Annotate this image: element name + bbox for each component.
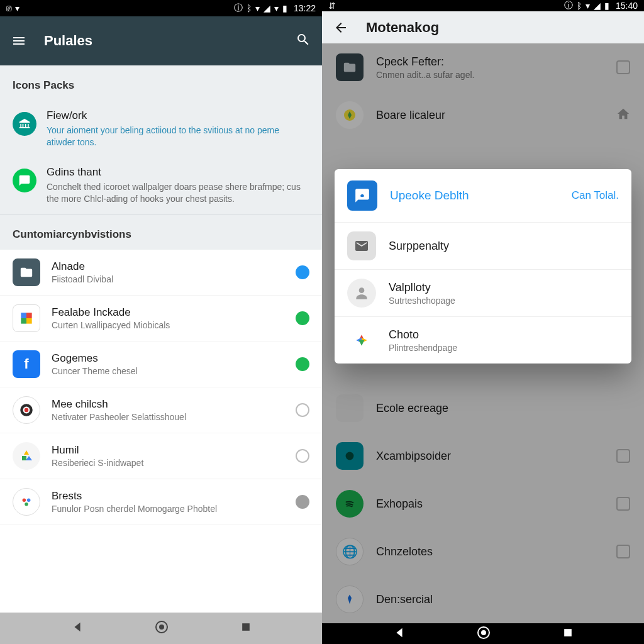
status-time: 13:22: [294, 3, 316, 13]
item-title: Alnade: [52, 260, 284, 273]
item-sub: Funulor Posn cherdel Momogarge Phobtel: [52, 504, 284, 514]
wifi-icon: ▾: [255, 3, 260, 13]
info-icon: ⓘ: [564, 0, 573, 11]
item-title: Mee chilcsh: [52, 398, 284, 411]
section-header-custom: Cuntomiarcynbvistions: [0, 214, 322, 250]
svg-point-11: [359, 288, 365, 294]
nav-home-icon[interactable]: [154, 619, 169, 637]
toolbar: Pulales: [0, 16, 322, 65]
mail-icon: [347, 231, 376, 260]
nav-back-icon[interactable]: [70, 620, 84, 636]
status-dot: [296, 311, 309, 325]
wifi-icon: ▾: [586, 1, 590, 11]
nav-back-icon[interactable]: [392, 626, 406, 642]
list-item[interactable]: Humil Resiberieci S-inidwapet: [0, 433, 322, 479]
nav-bar: [322, 623, 644, 644]
person-icon: [347, 279, 376, 308]
dots-icon: [13, 488, 40, 516]
vibrate-icon: ⇵: [328, 1, 336, 11]
item-sub: Netivater Pasheoler Selattisshouel: [52, 412, 284, 422]
status-dot: [296, 357, 309, 371]
cell-signal-icon: ◢: [594, 1, 601, 11]
dialog-action-button[interactable]: Can Tolal.: [572, 189, 619, 202]
svg-point-3: [23, 498, 26, 502]
info-icon: ⓘ: [234, 3, 243, 14]
pack-desc: Conchelt thed icoroet wallpalger doars p…: [47, 181, 309, 205]
status-time: 15:40: [616, 1, 638, 11]
status-dot: [296, 265, 309, 279]
radio-unchecked[interactable]: [296, 449, 309, 463]
background-list: Cpeck Fefter: Cnmen adit..a sufar agel. …: [322, 43, 644, 623]
list-item[interactable]: Fealabe Inckade Curten Lwallipacyed Miob…: [0, 296, 322, 341]
back-icon[interactable]: [333, 20, 348, 35]
pack-item-fiework[interactable]: Fiew/ork Your aioment your beling actiio…: [0, 101, 322, 157]
list-item[interactable]: Brests Funulor Posn cherdel Momogarge Ph…: [0, 479, 322, 525]
battery-icon: ▮: [282, 3, 287, 13]
status-bar: ⎚ ▾ ⓘ ᛒ ▾ ◢ ▾ ▮ 13:22: [0, 0, 322, 16]
svg-point-7: [159, 625, 164, 630]
status-dot: [296, 495, 309, 509]
battery-icon: ▮: [604, 1, 609, 11]
item-title: Choto: [389, 328, 457, 341]
cell-signal-icon: ◢: [264, 3, 270, 13]
svg-rect-14: [564, 629, 572, 636]
item-title: Brests: [52, 490, 284, 502]
svg-point-2: [25, 408, 29, 412]
toolbar: Motenakog: [322, 11, 644, 43]
folder-icon: [13, 258, 40, 286]
pack-title: Fiew/ork: [47, 109, 309, 122]
dialog-title: Upeoke Deblth: [390, 189, 559, 203]
nav-recent-icon[interactable]: [240, 621, 252, 636]
list-item[interactable]: f Gogemes Cuncer Theme chesel: [0, 341, 322, 387]
item-title: Valplloty: [389, 281, 455, 294]
bluetooth-icon: ᛒ: [577, 1, 582, 11]
svg-rect-8: [242, 623, 250, 631]
item-sub: Plintreshendpage: [389, 343, 457, 353]
page-title: Pulales: [44, 33, 92, 49]
pack-title: Gdins thant: [47, 166, 309, 179]
wifi-icon-2: ▾: [274, 3, 279, 13]
screen-left: ⎚ ▾ ⓘ ᛒ ▾ ◢ ▾ ▮ 13:22 Pulales Icons Pack…: [0, 0, 322, 644]
item-sub: Resiberieci S-inidwapet: [52, 458, 284, 468]
item-title: Gogemes: [52, 352, 284, 365]
bookmark-icon: ▾: [15, 3, 19, 13]
item-sub: Cuncer Theme chesel: [52, 366, 284, 376]
list-item[interactable]: Alnade Fiistoadl Divibal: [0, 250, 322, 296]
facebook-icon: f: [13, 350, 40, 378]
gallery-icon: [13, 304, 40, 332]
dialog-item[interactable]: Surppenalty: [335, 222, 631, 269]
nav-bar: [0, 613, 322, 644]
section-header-icon-packs: Icons Packs: [0, 65, 322, 101]
pack-item-gdins[interactable]: Gdins thant Conchelt thed icoroet wallpa…: [0, 157, 322, 214]
item-sub: Curten Lwallipacyed Miobicals: [52, 320, 284, 330]
nav-home-icon[interactable]: [476, 625, 491, 643]
chat-icon: [13, 169, 36, 192]
svg-point-13: [481, 630, 486, 635]
nav-recent-icon[interactable]: [562, 626, 574, 641]
search-icon[interactable]: [296, 32, 311, 50]
dialog-item[interactable]: Choto Plintreshendpage: [335, 316, 631, 364]
dialog-item[interactable]: Valplloty Sutrteshchopage: [335, 269, 631, 316]
target-icon: [13, 396, 40, 424]
item-title: Humil: [52, 444, 284, 457]
item-title: Fealabe Inckade: [52, 306, 284, 319]
photos-icon: [347, 326, 376, 355]
radio-unchecked[interactable]: [296, 403, 309, 417]
svg-point-5: [25, 502, 28, 506]
item-sub: Sutrteshchopage: [389, 296, 455, 306]
bank-icon: [13, 112, 36, 136]
bluetooth-icon: ᛒ: [247, 3, 252, 13]
share-dialog: Upeoke Deblth Can Tolal. Surppenalty Val…: [335, 169, 631, 364]
rotation-lock-icon: ⎚: [6, 3, 11, 13]
status-bar: ⇵ ⓘ ᛒ ▾ ◢ ▮ 15:40: [322, 0, 644, 11]
pack-desc: Your aioment your beling actiioud to the…: [47, 125, 309, 148]
item-sub: Fiistoadl Divibal: [52, 274, 284, 284]
shapes-icon: [13, 442, 40, 470]
screen-right: ⇵ ⓘ ᛒ ▾ ◢ ▮ 15:40 Motenakog Cpeck Fefter…: [322, 0, 644, 644]
svg-point-4: [27, 498, 30, 502]
item-title: Surppenalty: [389, 240, 449, 253]
chat-bubble-icon: [347, 180, 377, 211]
page-title: Motenakog: [366, 19, 439, 36]
list-item[interactable]: Mee chilcsh Netivater Pasheoler Selattis…: [0, 387, 322, 433]
menu-icon[interactable]: [11, 33, 26, 48]
